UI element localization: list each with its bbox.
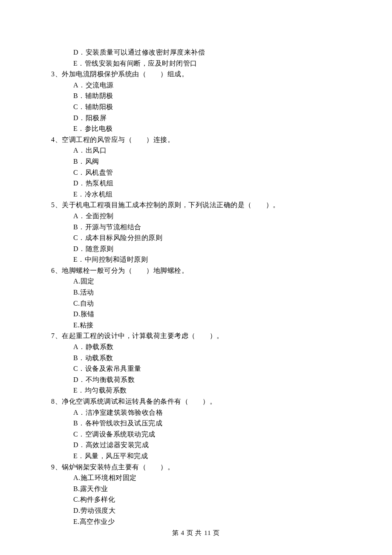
option-text: C．风机盘管 — [0, 167, 392, 178]
option-text: B.活动 — [0, 287, 392, 298]
option-text: B.露天作业 — [0, 483, 392, 494]
option-text: A．出风口 — [0, 145, 392, 156]
option-text: E．均匀载荷系数 — [0, 385, 392, 396]
option-text: C．成本目标风险分担的原则 — [0, 232, 392, 243]
question-stem: 8、净化空调系统调试和运转具备的条件有（ ）。 — [0, 396, 392, 407]
option-text: D．高效过滤器安装完成 — [0, 439, 392, 451]
option-text: E．冷水机组 — [0, 189, 392, 200]
question-stem: 5、关于机电工程项目施工成本控制的原则，下列说法正确的是（ ）。 — [0, 199, 392, 211]
option-text: C．辅助阳极 — [0, 101, 392, 113]
option-text: B．风阀 — [0, 156, 392, 167]
option-text: D．安装质量可以通过修改密封厚度来补偿 — [0, 47, 392, 58]
option-text: B．辅助阴极 — [0, 90, 392, 101]
option-text: E.高空作业少 — [0, 516, 392, 527]
option-text: C.构件多样化 — [0, 494, 392, 505]
option-text: B．各种管线吹扫及试压完成 — [0, 418, 392, 429]
option-text: A.固定 — [0, 276, 392, 287]
option-text: C．空调设备系统联动完成 — [0, 429, 392, 440]
option-text: A．全面控制 — [0, 211, 392, 222]
question-stem: 7、在起重工程的设计中，计算载荷主要考虑（ ）。 — [0, 330, 392, 341]
option-text: D．随意原则 — [0, 243, 392, 254]
option-text: D．热泵机组 — [0, 178, 392, 189]
option-text: A．洁净室建筑装饰验收合格 — [0, 407, 392, 418]
option-text: C．设备及索吊具重量 — [0, 363, 392, 374]
option-text: E．风量，风压平和完成 — [0, 451, 392, 462]
option-text: D.劳动强度大 — [0, 505, 392, 516]
question-stem: 4、空调工程的风管应与（ ）连接。 — [0, 134, 392, 145]
page-footer: 第 4 页 共 11 页 — [0, 528, 392, 538]
question-stem: 9、锅炉钢架安装特点主要有（ ）。 — [0, 462, 392, 473]
option-text: B．开源与节流相结合 — [0, 222, 392, 233]
option-text: E．管线安装如有间断，应及时封闭管口 — [0, 58, 392, 69]
option-text: E.粘接 — [0, 320, 392, 331]
option-text: E．参比电极 — [0, 123, 392, 134]
document-body: D．安装质量可以通过修改密封厚度来补偿 E．管线安装如有间断，应及时封闭管口 3… — [0, 0, 392, 527]
option-text: D．阳极屏 — [0, 113, 392, 124]
option-text: A．交流电源 — [0, 80, 392, 91]
option-text: B．动载系数 — [0, 353, 392, 364]
option-text: D．不均衡载荷系数 — [0, 374, 392, 385]
option-text: D.胀锚 — [0, 309, 392, 320]
option-text: C.自动 — [0, 298, 392, 309]
question-stem: 3、外加电流阴极保护系统由（ ）组成。 — [0, 69, 392, 80]
option-text: A．静载系数 — [0, 341, 392, 353]
question-stem: 6、地脚螺栓一般可分为（ ）地脚螺栓。 — [0, 265, 392, 276]
option-text: E．中间控制和适时原则 — [0, 254, 392, 265]
option-text: A.施工环境相对固定 — [0, 472, 392, 483]
